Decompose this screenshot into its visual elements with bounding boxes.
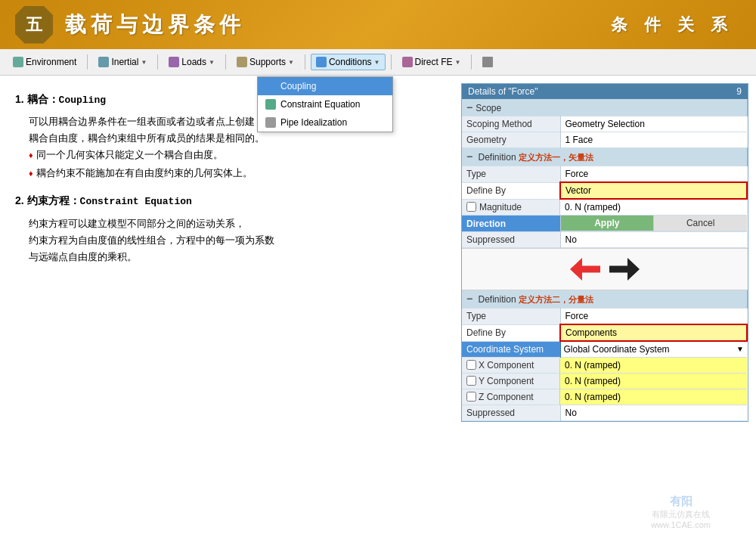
coord-system-label: Coordinate System (462, 341, 560, 357)
loads-icon (169, 57, 179, 67)
header-title: 载荷与边界条件 (65, 11, 245, 39)
constrainteq-icon (265, 99, 276, 110)
def1-defineby-value[interactable]: Vector (560, 182, 747, 199)
y-component-label: Y Component (462, 374, 560, 389)
toolbar-inertial[interactable]: Inertial ▼ (93, 54, 152, 70)
section2-text: 约束方程可以建立模型不同部分之间的运动关系，约束方程为自由度值的线性组合，方程中… (29, 216, 438, 265)
watermark-text: 有限元仿真在线 (651, 509, 711, 520)
section2-heading: 约束方程：Constraint Equation (27, 194, 192, 206)
geometry-label: Geometry (462, 132, 560, 148)
def1-suppressed-label: Suppressed (462, 232, 560, 248)
scoping-method-value: Geometry Selection (560, 116, 747, 132)
def2-collapse-icon[interactable]: − (466, 293, 472, 305)
details-table-2: − Definition 定义方法二，分量法 Type Force Define… (462, 290, 748, 421)
separator-6 (471, 54, 472, 70)
watermark-logo: 有阳 (651, 495, 711, 509)
def1-suppressed-value: No (560, 232, 747, 248)
dropdown-item-coupling[interactable]: Coupling (258, 77, 392, 95)
arrow-right-icon (609, 258, 640, 281)
bullet2-text: 耦合约束不能施加在有自由度约束的几何实体上。 (36, 165, 253, 181)
def2-suppressed-value: No (560, 405, 747, 420)
header-num: 五 (15, 6, 53, 44)
dropdown-item-constrainteq[interactable]: Constraint Equation (258, 95, 392, 113)
magnitude-label-text: Magnitude (479, 202, 522, 212)
conditions-arrow: ▼ (374, 59, 380, 66)
scope-section-label: −Scope (462, 99, 747, 116)
coord-system-text: Global Coordinate System (564, 344, 670, 355)
dropdown-item-pipe[interactable]: Pipe Idealization (258, 113, 392, 132)
header: 五 载荷与边界条件 条 件 关 系 (0, 0, 756, 49)
toolbar: Environment Inertial ▼ Loads ▼ Supports … (0, 49, 756, 76)
directfe-arrow: ▼ (455, 59, 461, 66)
def1-collapse-icon[interactable]: − (466, 150, 472, 163)
coord-system-select[interactable]: Global Coordinate System ▼ (564, 344, 745, 355)
apply-button[interactable]: Apply (561, 216, 654, 231)
loads-label: Loads (181, 57, 206, 67)
toolbar-conditions[interactable]: Conditions ▼ (311, 54, 386, 70)
def1-section-label: − Definition 定义方法一，矢量法 (462, 148, 747, 166)
details-title: Details of "Force" (468, 86, 538, 97)
y-checkbox[interactable] (466, 376, 476, 386)
left-panel: 1. 耦合：Coupling 可以用耦合边界条件在一组表面或者边或者点上创建耦合… (0, 76, 454, 551)
supports-label: Supports (249, 57, 286, 67)
details-table: −Scope Scoping Method Geometry Selection… (462, 99, 748, 248)
x-component-value: 0. N (ramped) (560, 357, 747, 373)
bullet2-icon: ♦ (29, 166, 33, 181)
inertial-label: Inertial (111, 57, 138, 67)
y-component-value: 0. N (ramped) (560, 373, 747, 389)
bullet1: ♦ 同一个几何实体只能定义一个耦合自由度。 (29, 147, 438, 163)
toolbar-table[interactable] (477, 54, 498, 70)
def1-subtitle: 定义方法一，矢量法 (519, 153, 593, 162)
inertial-icon (98, 57, 109, 67)
def2-suppressed-row: Suppressed No (462, 405, 747, 420)
right-panel: Details of "Force" 9 −Scope Scoping Meth… (454, 76, 756, 551)
directfe-label: Direct FE (415, 57, 453, 67)
scoping-method-label: Scoping Method (462, 116, 560, 132)
geometry-row: Geometry 1 Face (462, 132, 747, 148)
bullet1-icon: ♦ (29, 148, 33, 163)
details-header: Details of "Force" 9 (462, 84, 748, 99)
def2-type-value: Force (560, 309, 747, 325)
pipe-icon (265, 117, 276, 128)
toolbar-loads[interactable]: Loads ▼ (163, 54, 220, 70)
scope-collapse-icon[interactable]: − (466, 101, 472, 113)
z-component-label: Z Component (462, 389, 560, 405)
conditions-icon (316, 57, 327, 67)
coord-system-row: Coordinate System Global Coordinate Syst… (462, 341, 747, 357)
coord-system-value: Global Coordinate System ▼ (560, 341, 747, 357)
coupling-icon (265, 81, 276, 91)
geometry-value: 1 Face (560, 132, 747, 148)
separator-5 (391, 54, 392, 70)
separator-3 (225, 54, 226, 70)
def1-suppressed-row: Suppressed No (462, 232, 747, 248)
magnitude-checkbox[interactable] (466, 202, 476, 212)
y-component-row: Y Component 0. N (ramped) (462, 373, 747, 389)
section1-heading: 耦合：Coupling (27, 93, 106, 105)
def2-defineby-value[interactable]: Components (560, 324, 747, 341)
toolbar-directfe[interactable]: Direct FE ▼ (397, 54, 466, 70)
section1-num: 1. (15, 93, 27, 105)
x-checkbox[interactable] (466, 360, 476, 370)
toolbar-supports[interactable]: Supports ▼ (231, 54, 299, 70)
pipe-label: Pipe Idealization (280, 117, 347, 128)
def2-defineby-row: Define By Components (462, 324, 747, 341)
table-icon (482, 57, 493, 67)
def1-magnitude-label: Magnitude (462, 200, 560, 215)
direction-label: Direction (462, 216, 560, 232)
def1-type-value: Force (560, 166, 747, 183)
def1-magnitude-value: 0. N (ramped) (560, 199, 747, 216)
def2-subtitle: 定义方法二，分量法 (519, 295, 593, 304)
toolbar-environment[interactable]: Environment (8, 54, 82, 70)
z-component-value: 0. N (ramped) (560, 389, 747, 405)
coupling-label: Coupling (280, 81, 316, 91)
conditions-dropdown: Coupling Constraint Equation Pipe Ideali… (257, 76, 393, 132)
loads-arrow: ▼ (209, 59, 215, 66)
main-content: 1. 耦合：Coupling 可以用耦合边界条件在一组表面或者边或者点上创建耦合… (0, 76, 756, 551)
z-checkbox[interactable] (466, 392, 476, 402)
cancel-button[interactable]: Cancel (654, 216, 747, 231)
coord-system-dropdown-arrow[interactable]: ▼ (736, 345, 744, 353)
inertial-arrow: ▼ (141, 59, 147, 66)
def1-type-row: Type Force (462, 166, 747, 183)
def2-type-label: Type (462, 309, 560, 325)
scope-section-row: −Scope (462, 99, 747, 116)
